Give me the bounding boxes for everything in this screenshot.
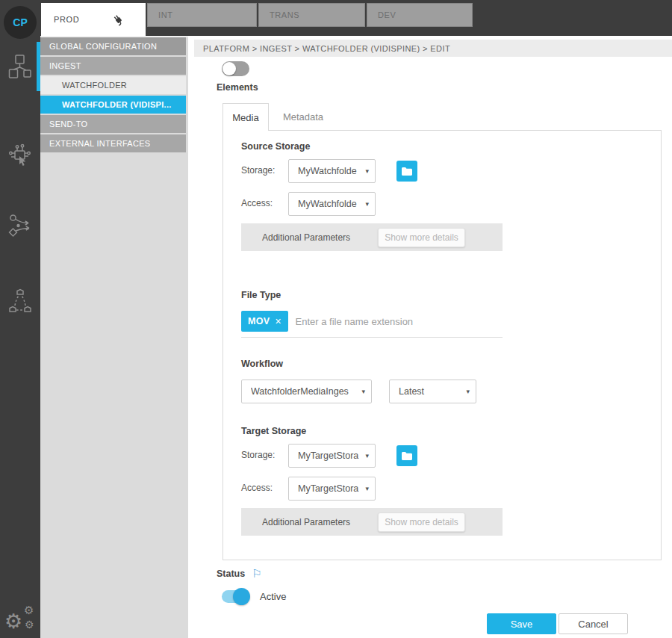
nav-item-global-configuration[interactable]: GLOBAL CONFIGURATION — [40, 37, 186, 55]
source-access-select[interactable]: MyWatchfolde ▾ — [288, 192, 376, 216]
target-storage-select[interactable]: MyTargetStora ▾ — [288, 444, 376, 468]
source-additional-parameters-bar: Additional Parameters Show more details — [241, 223, 503, 251]
nav-item-label: SEND-TO — [49, 120, 87, 128]
storage-label: Storage: — [241, 159, 288, 176]
tab-media[interactable]: Media — [223, 103, 269, 131]
source-storage-title: Source Storage — [241, 141, 661, 152]
status-title: Status — [217, 569, 245, 579]
additional-parameters-label: Additional Parameters — [262, 232, 350, 243]
target-storage-section: Target Storage Storage: MyTargetStora ▾ … — [241, 426, 661, 536]
source-show-more-details-button[interactable]: Show more details — [378, 228, 465, 247]
folder-icon — [401, 167, 413, 176]
workflow-version-select[interactable]: Latest ▾ — [389, 380, 476, 403]
flag-icon: ⚐ — [252, 568, 261, 579]
access-label: Access: — [241, 192, 288, 208]
tab-metadata[interactable]: Metadata — [269, 103, 337, 130]
active-toggle[interactable] — [222, 590, 249, 603]
source-access-row: Access: MyWatchfolde ▾ — [241, 192, 661, 216]
chevron-down-icon: ▾ — [365, 167, 369, 175]
file-type-underline — [241, 337, 503, 338]
file-type-tag-label: MOV — [248, 316, 270, 326]
nav-item-send-to[interactable]: SEND-TO — [40, 115, 186, 133]
nav-item-label: WATCHFOLDER (VIDISPI... — [62, 100, 172, 109]
source-access-select-value: MyWatchfolde — [298, 199, 362, 209]
tab-trans[interactable]: TRANS — [258, 3, 365, 27]
chevron-down-icon: ▾ — [466, 388, 470, 395]
target-access-row: Access: MyTargetStora ▾ — [241, 477, 661, 501]
settings-gears-icon[interactable]: ⚙ ⚙ ⚙ — [4, 605, 39, 635]
workflow-section: Workflow WatchfolderMediaInges ▾ Latest … — [241, 359, 661, 403]
status-section: Status ⚐ — [217, 568, 262, 579]
target-storage-browse-button[interactable] — [396, 445, 417, 466]
workflow-row: WatchfolderMediaInges ▾ Latest ▾ — [241, 380, 661, 403]
chevron-down-icon: ▾ — [365, 485, 369, 492]
cancel-button[interactable]: Cancel — [559, 613, 628, 634]
cluster-icon[interactable] — [0, 288, 40, 314]
nav-item-label: INGEST — [49, 61, 81, 70]
source-storage-select-value: MyWatchfolde — [298, 166, 362, 176]
nav-item-watchfolder-vidispine[interactable]: WATCHFOLDER (VIDISPI... — [40, 96, 186, 114]
target-storage-title: Target Storage — [241, 426, 661, 436]
file-type-section: File Type MOV × — [241, 290, 661, 338]
active-toggle-label: Active — [260, 591, 286, 602]
tab-int-label: INT — [158, 10, 173, 19]
nav-item-watchfolder[interactable]: WATCHFOLDER — [40, 76, 186, 94]
plug-icon — [111, 13, 125, 27]
chevron-down-icon: ▾ — [361, 388, 365, 395]
config-nav: GLOBAL CONFIGURATION INGEST WATCHFOLDER … — [40, 36, 188, 638]
source-storage-browse-button[interactable] — [396, 161, 417, 182]
target-access-select[interactable]: MyTargetStora ▾ — [288, 477, 376, 501]
source-storage-select[interactable]: MyWatchfolde ▾ — [288, 159, 376, 183]
tab-trans-label: TRANS — [270, 10, 299, 19]
target-access-select-value: MyTargetStora — [298, 483, 362, 494]
tab-dev-label: DEV — [378, 10, 396, 19]
tab-prod[interactable]: PROD — [41, 3, 146, 36]
file-type-title: File Type — [241, 290, 661, 300]
toggle-knob — [233, 588, 250, 605]
folder-icon — [401, 451, 413, 461]
elements-section-title: Elements — [217, 82, 258, 93]
main-content: PLATFORM > INGEST > WATCHFOLDER (VIDISPI… — [188, 36, 672, 638]
tab-media-label: Media — [232, 112, 258, 123]
nav-item-label: WATCHFOLDER — [62, 81, 127, 90]
nav-item-ingest[interactable]: INGEST — [40, 57, 186, 75]
storage-label: Storage: — [241, 444, 288, 460]
gear-icon: ⚙ — [4, 610, 22, 634]
target-storage-row: Storage: MyTargetStora ▾ — [241, 444, 661, 468]
workflow-select-value: WatchfolderMediaInges — [251, 386, 358, 397]
tab-prod-label: PROD — [54, 15, 79, 24]
avatar[interactable]: CP — [4, 6, 37, 39]
access-label: Access: — [241, 477, 288, 493]
media-tab-panel: Source Storage Storage: MyWatchfolde ▾ A… — [223, 130, 662, 560]
nav-item-label: EXTERNAL INTERFACES — [49, 139, 151, 148]
toggle-knob — [223, 62, 236, 75]
routing-icon[interactable] — [0, 214, 40, 238]
file-type-tag[interactable]: MOV × — [241, 311, 288, 332]
chevron-down-icon: ▾ — [365, 452, 369, 459]
save-button[interactable]: Save — [487, 613, 556, 634]
tab-dev[interactable]: DEV — [367, 3, 473, 27]
gear-icon: ⚙ — [24, 604, 34, 617]
additional-parameters-label: Additional Parameters — [262, 517, 350, 527]
tab-int[interactable]: INT — [147, 3, 257, 27]
header-toggle[interactable] — [222, 61, 249, 76]
active-toggle-row: Active — [222, 590, 286, 603]
workflow-version-value: Latest — [399, 386, 463, 397]
close-icon[interactable]: × — [275, 315, 281, 327]
chevron-down-icon: ▾ — [365, 200, 369, 208]
breadcrumb: PLATFORM > INGEST > WATCHFOLDER (VIDISPI… — [194, 40, 672, 57]
workflow-select[interactable]: WatchfolderMediaInges ▾ — [241, 380, 372, 403]
file-extension-input[interactable] — [296, 316, 503, 327]
target-show-more-details-button[interactable]: Show more details — [378, 512, 465, 532]
workflow-title: Workflow — [241, 359, 661, 369]
gear-icon: ⚙ — [25, 619, 34, 631]
environment-tab-bar: PROD INT TRANS DEV — [40, 0, 672, 36]
tab-metadata-label: Metadata — [283, 111, 323, 123]
file-type-tag-row: MOV × — [241, 311, 503, 332]
nav-item-external-interfaces[interactable]: EXTERNAL INTERFACES — [40, 134, 186, 152]
modules-icon[interactable] — [0, 54, 40, 79]
source-storage-row: Storage: MyWatchfolde ▾ — [241, 159, 661, 183]
nav-item-label: GLOBAL CONFIGURATION — [49, 42, 157, 51]
app-sidebar: CP — [0, 0, 40, 638]
automation-icon[interactable] — [0, 143, 40, 170]
